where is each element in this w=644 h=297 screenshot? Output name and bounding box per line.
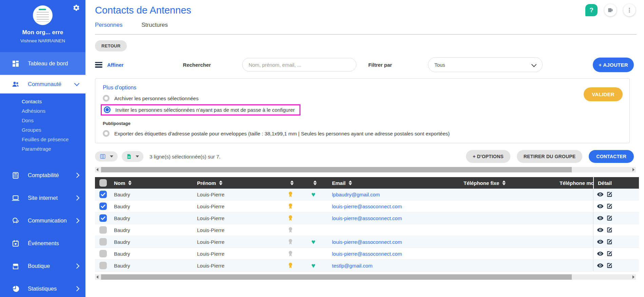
sidebar-subitem-groupes[interactable]: Groupes (0, 125, 85, 135)
dashboard-icon (12, 60, 20, 68)
row-checkbox[interactable] (99, 238, 107, 246)
sidebar-item-events[interactable]: Événements (0, 232, 85, 255)
contact-button[interactable]: CONTACTER (589, 150, 634, 163)
column-header-heart[interactable] (301, 177, 325, 189)
more-options-button-toolbar[interactable]: + D'OPTIONS (466, 150, 510, 163)
video-camera-button[interactable] (604, 4, 617, 16)
cell-checkbox (95, 200, 110, 212)
select-all-checkbox[interactable] (99, 179, 107, 187)
sidebar-subitem-adh-sions[interactable]: Adhésions (0, 106, 85, 116)
view-eye-icon[interactable] (597, 191, 604, 198)
sort-arrows-icon[interactable] (219, 181, 222, 186)
cell-email: lpbaudry@gmail.com (325, 189, 441, 200)
sidebar-subitem-contacts[interactable]: Contacts (0, 97, 85, 106)
column-header-tel_fixe[interactable]: Téléphone fixe (441, 177, 529, 189)
sidebar-item-accounting[interactable]: Comptabilité (0, 164, 85, 187)
chevron-right-icon (74, 173, 80, 178)
horizontal-scrollbar-bottom[interactable] (95, 274, 636, 280)
horizontal-scrollbar-thumb[interactable] (101, 274, 572, 280)
cell-telephone-mobile (529, 236, 593, 248)
row-checkbox[interactable] (99, 203, 107, 210)
horizontal-scrollbar-thumb[interactable] (101, 167, 572, 172)
cell-checkbox (95, 248, 110, 259)
edit-icon[interactable] (606, 262, 613, 269)
sidebar-item-communication[interactable]: Communication (0, 209, 85, 232)
sort-arrows-icon[interactable] (502, 181, 506, 186)
sort-arrows-icon[interactable] (290, 181, 294, 186)
sort-arrows-icon[interactable] (128, 181, 132, 186)
org-avatar[interactable] (33, 5, 53, 25)
horizontal-scrollbar-top[interactable] (95, 167, 636, 172)
view-eye-icon[interactable] (597, 215, 604, 221)
scroll-left-arrow[interactable] (96, 275, 98, 279)
export-xlsx-button[interactable] (122, 151, 143, 162)
more-options-button[interactable] (623, 4, 636, 16)
gear-icon[interactable] (73, 4, 80, 12)
edit-icon[interactable] (606, 227, 613, 233)
add-button[interactable]: + AJOUTER (593, 58, 634, 72)
scroll-right-arrow[interactable] (632, 168, 635, 171)
email-link[interactable]: louis-pierre@assoconnect.com (332, 251, 402, 257)
sidebar-item-stats[interactable]: Statistiques (0, 277, 85, 297)
radio-button-icon[interactable] (104, 106, 111, 113)
edit-icon[interactable] (606, 238, 613, 245)
edit-icon[interactable] (606, 203, 613, 210)
sidebar-item-shop[interactable]: Boutique (0, 255, 85, 277)
row-checkbox[interactable] (99, 262, 107, 269)
validate-button[interactable]: VALIDER (584, 87, 623, 101)
search-input[interactable] (242, 58, 356, 71)
row-checkbox[interactable] (99, 214, 107, 222)
view-eye-icon[interactable] (597, 227, 604, 233)
back-button[interactable]: RETOUR (95, 40, 127, 51)
email-link[interactable]: lpbaudry@gmail.com (332, 192, 380, 197)
radio-button-icon[interactable] (103, 95, 110, 102)
edit-icon[interactable] (606, 191, 613, 198)
column-header-email[interactable]: Email (325, 177, 441, 189)
sort-arrows-icon[interactable] (313, 181, 317, 186)
radio-option-label: Exporter des étiquettes d'adresse postal… (114, 131, 450, 136)
email-link[interactable]: louis-pierre@assoconnect.com (332, 204, 402, 209)
refine-button[interactable]: Affiner (95, 62, 123, 68)
radio-button-icon[interactable] (103, 130, 110, 137)
column-header-prenom[interactable]: Prénom (193, 177, 279, 189)
sidebar-item-website[interactable]: Site internet (0, 187, 85, 209)
radio-option-1[interactable]: Archiver les personnes sélectionnées (103, 95, 622, 102)
edit-icon[interactable] (606, 215, 613, 221)
view-eye-icon[interactable] (597, 250, 604, 257)
help-button[interactable]: ? (585, 4, 598, 16)
email-link[interactable]: louis-pierre@assoconnect.com (332, 239, 402, 245)
column-header-medal[interactable] (279, 177, 301, 189)
scroll-left-arrow[interactable] (96, 168, 98, 171)
sidebar-item-dashboard[interactable]: Tableau de bord (0, 52, 85, 75)
calendar-heart-icon (12, 239, 20, 248)
user-name: Vishnee NARRAINEN (0, 38, 85, 43)
columns-picker-button[interactable] (95, 151, 118, 162)
row-checkbox[interactable] (99, 226, 107, 234)
view-eye-icon[interactable] (597, 238, 604, 245)
radio-option-2[interactable]: Inviter les personnes sélectionnées n'ay… (104, 106, 295, 113)
sidebar-subitem-dons[interactable]: Dons (0, 116, 85, 125)
column-header-nom[interactable]: Nom (110, 177, 193, 189)
view-eye-icon[interactable] (597, 262, 604, 269)
column-header-tel_mobile[interactable]: Téléphone mobile (529, 177, 593, 189)
row-checkbox[interactable] (99, 191, 107, 198)
edit-icon[interactable] (606, 250, 613, 257)
xlsx-file-icon (126, 153, 132, 160)
tab-structures[interactable]: Structures (141, 22, 168, 28)
row-checkbox[interactable] (99, 250, 107, 257)
sidebar-subitem-param-trage[interactable]: Paramétrage (0, 144, 85, 154)
tab-personnes[interactable]: Personnes (95, 22, 122, 28)
scroll-right-arrow[interactable] (632, 275, 635, 279)
sidebar-subitem-feuilles-de-pr-sence[interactable]: Feuilles de présence (0, 135, 85, 144)
cell-nom: Baudry (110, 236, 193, 248)
cell-checkbox (95, 260, 110, 271)
sort-arrows-icon[interactable] (349, 181, 352, 186)
email-link[interactable]: louis-pierre@assoconnect.com (332, 215, 402, 221)
sidebar-item-community[interactable]: Communauté (0, 75, 85, 93)
view-eye-icon[interactable] (597, 203, 604, 210)
radio-option-export-labels[interactable]: Exporter des étiquettes d'adresse postal… (103, 130, 622, 137)
filter-select[interactable]: Tous (428, 57, 543, 72)
table-toolbar: 3 ligne(s) sélectionnée(s) sur 7. + D'OP… (95, 150, 634, 163)
email-link[interactable]: testlp@gmail.com (332, 263, 372, 269)
remove-from-group-button[interactable]: RETIRER DU GROUPE (517, 150, 583, 163)
